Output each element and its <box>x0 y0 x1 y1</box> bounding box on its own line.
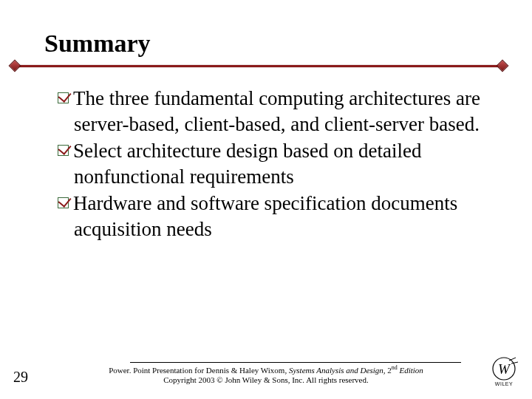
bullet-item: Hardware and software specification docu… <box>58 191 495 242</box>
logo-label: WILEY <box>489 381 519 386</box>
checkbox-icon <box>58 145 69 156</box>
slide: Summary The three fundamental computing … <box>0 0 532 399</box>
credit-line-1: Power. Point Presentation for Dennis & H… <box>49 364 483 375</box>
publisher-logo: W WILEY <box>489 356 519 386</box>
bullet-text: Select architecture design based on deta… <box>73 140 422 188</box>
svg-line-3 <box>511 362 518 364</box>
bullet-item: Select architecture design based on deta… <box>58 138 495 189</box>
credit-italic: Systems Analysis and Design, <box>289 366 387 375</box>
credit-text: Power. Point Presentation for Dennis & H… <box>109 366 289 375</box>
footer: 29 Power. Point Presentation for Dennis … <box>0 356 532 386</box>
bullet-text: Hardware and software specification docu… <box>73 192 457 240</box>
footer-separator <box>130 362 461 363</box>
credit-italic: Edition <box>398 366 423 375</box>
page-number: 29 <box>13 369 43 386</box>
svg-text:W: W <box>498 361 511 377</box>
title-rule <box>44 62 495 72</box>
rule-diamond-right-icon <box>497 60 509 72</box>
bullet-list: The three fundamental computing architec… <box>44 86 495 242</box>
rule-diamond-left-icon <box>9 60 21 72</box>
bullet-text: The three fundamental computing architec… <box>73 87 480 135</box>
rule-bar <box>15 65 502 67</box>
slide-title: Summary <box>44 30 495 58</box>
checkbox-icon <box>58 92 69 103</box>
credit-sup: nd <box>392 364 398 371</box>
bullet-item: The three fundamental computing architec… <box>58 86 495 137</box>
checkbox-icon <box>58 197 69 208</box>
credit-block: Power. Point Presentation for Dennis & H… <box>43 362 489 386</box>
credit-line-2: Copyright 2003 © John Wiley & Sons, Inc.… <box>49 375 483 386</box>
